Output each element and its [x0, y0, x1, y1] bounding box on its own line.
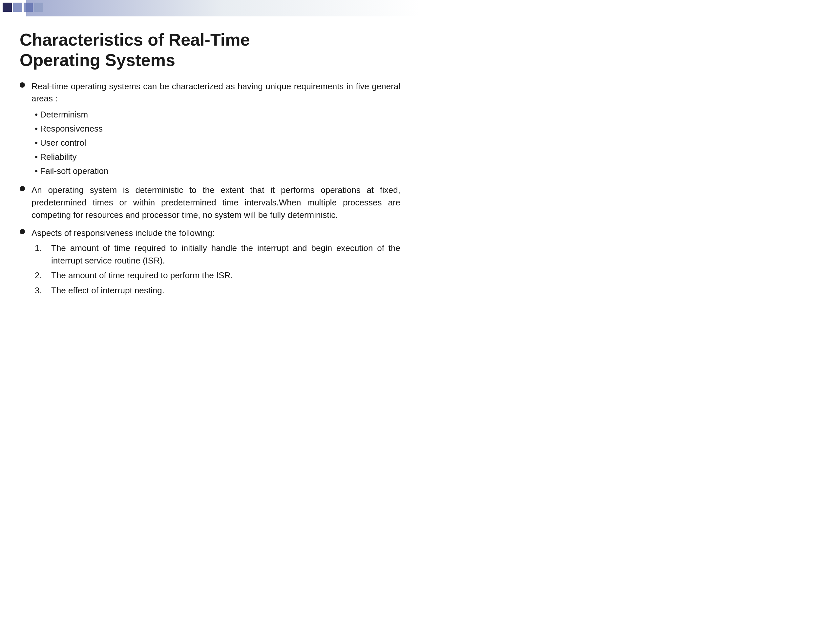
bullet-item-3: Aspects of responsiveness include the fo… — [20, 227, 400, 299]
numbered-item-1: 1. The amount of time required to initia… — [35, 242, 400, 267]
numbered-item-2: 2. The amount of time required to perfor… — [35, 269, 400, 282]
bullet-3-main-text: Aspects of responsiveness include the fo… — [32, 228, 215, 238]
slide-title: Characteristics of Real-Time Operating S… — [20, 30, 400, 71]
title-line1: Characteristics of Real-Time — [20, 30, 250, 49]
bullet-text-1: Real-time operating systems can be chara… — [32, 81, 400, 178]
bullet-1-main-text: Real-time operating systems can be chara… — [32, 81, 400, 104]
sub-item-user-control: • User control — [35, 136, 400, 150]
bullet-text-3: Aspects of responsiveness include the fo… — [32, 227, 400, 299]
numbered-item-3: 3. The effect of interrupt nesting. — [35, 284, 400, 297]
sub-item-failsoft: • Fail-soft operation — [35, 164, 400, 178]
bullet-dot-3 — [20, 229, 25, 234]
sub-item-responsiveness: • Responsiveness — [35, 122, 400, 136]
title-section: Characteristics of Real-Time Operating S… — [20, 30, 400, 71]
number-2: 2. — [35, 269, 51, 282]
bullet-item-2: An operating system is deterministic to … — [20, 184, 400, 221]
bullet-dot-2 — [20, 186, 25, 191]
numbered-list-1: 1. The amount of time required to initia… — [35, 242, 400, 297]
title-line2: Operating Systems — [20, 51, 175, 69]
top-decoration — [0, 0, 420, 20]
number-1: 1. — [35, 242, 51, 255]
slide-content: Real-time operating systems can be chara… — [20, 81, 400, 300]
number-3: 3. — [35, 284, 51, 297]
bullet-text-2: An operating system is deterministic to … — [32, 184, 400, 221]
square-med-1 — [13, 3, 22, 12]
bullet-dot-1 — [20, 82, 25, 88]
sub-item-determinism: • Determinism — [35, 107, 400, 122]
sub-list-1: • Determinism • Responsiveness • User co… — [35, 107, 400, 178]
gradient-bar — [26, 0, 420, 16]
slide: Characteristics of Real-Time Operating S… — [0, 0, 420, 315]
bullet-item-1: Real-time operating systems can be chara… — [20, 81, 400, 178]
numbered-text-2: The amount of time required to perform t… — [51, 269, 233, 282]
numbered-text-1: The amount of time required to initially… — [51, 242, 400, 267]
sub-item-reliability: • Reliability — [35, 150, 400, 164]
square-dark-1 — [3, 3, 12, 12]
numbered-text-3: The effect of interrupt nesting. — [51, 284, 164, 297]
